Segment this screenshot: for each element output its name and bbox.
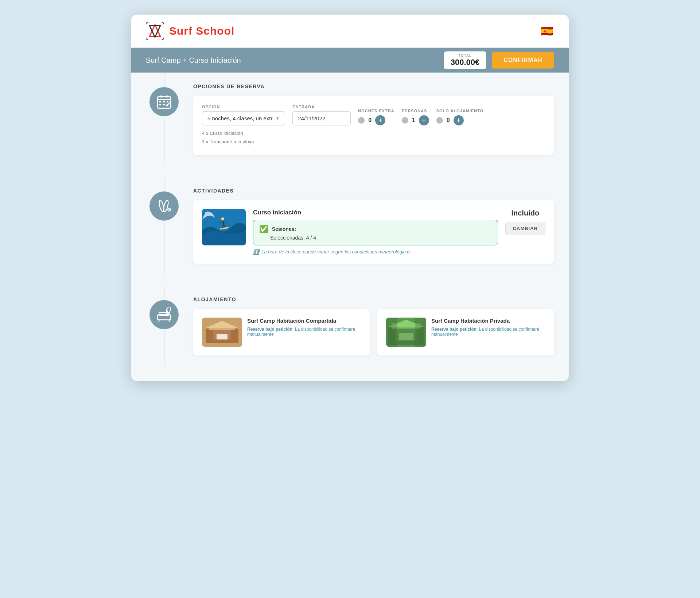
info-icon: ℹ️ (253, 249, 259, 255)
petition-note-2-strong: Reserva bajo petición (431, 327, 477, 332)
option-col: OPCIÓN 5 noches, 4 clases, un extr ▼ (202, 105, 285, 125)
activity-title: Curso iniciación (253, 209, 498, 216)
solo-alojamiento-col: SÓLO ALOJAMIENTO 0 + (436, 109, 484, 125)
booking-header-row: OPCIÓN 5 noches, 4 clases, un extr ▼ ENT… (202, 105, 545, 125)
sessions-label: Sesiones: (272, 226, 296, 232)
total-amount: 300.00€ (451, 58, 480, 67)
activity-row: Curso iniciación ✅ Sesiones: Seleccionad… (202, 209, 545, 255)
logo-area: Surf School (146, 22, 234, 40)
total-box: TOTAL 300.00€ (444, 51, 486, 69)
entrada-col: ENTRADA 24/11/2022 (292, 105, 351, 125)
svg-point-29 (166, 307, 171, 314)
personas-add-button[interactable]: + (419, 115, 429, 125)
activity-right: Incluido CAMBIAR (505, 209, 545, 235)
booking-section-header: OPCIONES DE RESERVA (193, 84, 554, 89)
noches-extra-add-button[interactable]: + (375, 115, 385, 125)
sub-item-1: 4 x Curso iniciación (202, 129, 545, 137)
accommodation-info-2: Surf Camp Habitación Privada Reserva baj… (431, 318, 545, 337)
noches-extra-dot (358, 117, 365, 124)
included-label: Incluido (511, 209, 539, 217)
solo-alojamiento-counter: 0 + (436, 115, 484, 125)
sessions-count: Seleccionadas: 4 / 4 (270, 235, 492, 241)
accommodation-item-1[interactable]: Surf Camp Habitación Compartida Reserva … (193, 309, 370, 356)
accommodation-timeline-right: ALOJAMIENTO (182, 286, 554, 366)
accommodation-grid: Surf Camp Habitación Compartida Reserva … (193, 309, 554, 356)
accommodation-image-2 (386, 318, 426, 347)
solo-alojamiento-label: SÓLO ALOJAMIENTO (436, 109, 484, 113)
activities-step-circle (149, 191, 179, 221)
personas-dot (402, 117, 408, 124)
accommodation-title-1: Surf Camp Habitación Compartida (247, 318, 361, 324)
accommodation-section-header: ALOJAMIENTO (193, 296, 554, 302)
accommodation-info-1: Surf Camp Habitación Compartida Reserva … (247, 318, 361, 337)
solo-alojamiento-dot (436, 117, 443, 124)
sub-item-2: 1 x Transporte a la playa (202, 137, 545, 146)
noches-extra-label: NOCHES EXTRA (358, 109, 394, 113)
option-label: OPCIÓN (202, 105, 285, 109)
accommodation-title-2: Surf Camp Habitación Privada (431, 318, 545, 324)
total-label: TOTAL (451, 54, 480, 58)
option-select-text: 5 noches, 4 clases, un extr (207, 115, 272, 121)
personas-value: 1 (412, 117, 415, 124)
svg-rect-9 (167, 101, 168, 102)
accommodation-section: ALOJAMIENTO (146, 286, 554, 366)
option-select[interactable]: 5 noches, 4 clases, un extr ▼ (202, 111, 285, 125)
accommodation-image-1 (202, 318, 242, 347)
brand-name: Surf School (169, 25, 234, 37)
personas-col: PERSONAS 1 + (402, 109, 429, 125)
petition-note-1: Reserva bajo petición: La disponibilidad… (247, 327, 361, 337)
booking-timeline-left (146, 73, 182, 166)
activity-info: Curso iniciación ✅ Sesiones: Seleccionad… (253, 209, 498, 255)
activities-timeline-left (146, 177, 182, 275)
sub-items: 4 x Curso iniciación 1 x Transporte a la… (202, 129, 545, 146)
accommodation-timeline-left (146, 286, 182, 366)
nav-right: TOTAL 300.00€ CONFIRMAR (444, 51, 554, 69)
entrada-label: ENTRADA (292, 105, 351, 109)
confirm-button[interactable]: CONFIRMAR (492, 52, 554, 69)
activities-section-header: ACTIVIDADES (193, 188, 554, 194)
activities-card: Curso iniciación ✅ Sesiones: Seleccionad… (193, 200, 554, 264)
solo-alojamiento-value: 0 (447, 117, 450, 124)
activity-note: ℹ️ La hora de la clase puede variar segú… (253, 249, 498, 255)
booking-card: OPCIÓN 5 noches, 4 clases, un extr ▼ ENT… (193, 96, 554, 155)
noches-extra-col: NOCHES EXTRA 0 + (358, 109, 394, 125)
activities-section: ACTIVIDADES (146, 177, 554, 275)
petition-note-1-strong: Reserva bajo petición (247, 327, 292, 332)
accommodation-step-circle (149, 300, 179, 329)
activity-note-text: La hora de la clase puede variar según l… (261, 249, 411, 255)
svg-rect-11 (163, 104, 165, 105)
svg-rect-39 (399, 333, 413, 340)
svg-rect-7 (159, 101, 161, 102)
timeline-line-1 (164, 73, 164, 166)
personas-label: PERSONAS (402, 109, 429, 113)
booking-step-circle (149, 87, 179, 116)
booking-timeline-right: OPCIONES DE RESERVA OPCIÓN 5 noches, 4 c… (182, 73, 554, 166)
noches-extra-value: 0 (368, 117, 372, 124)
logo-icon (146, 22, 164, 40)
svg-rect-10 (159, 104, 161, 105)
nav-title: Surf Camp + Curso Iniciación (146, 56, 241, 65)
chevron-down-icon: ▼ (275, 116, 280, 121)
check-icon: ✅ (259, 225, 268, 233)
nav-bar: Surf Camp + Curso Iniciación TOTAL 300.0… (131, 48, 569, 73)
sessions-box: ✅ Sesiones: Seleccionadas: 4 / 4 (253, 220, 498, 245)
entrada-input[interactable]: 24/11/2022 (292, 111, 351, 125)
flag-icon: 🇪🇸 (540, 24, 554, 38)
activities-timeline-right: ACTIVIDADES (182, 177, 554, 275)
svg-rect-41 (415, 318, 426, 347)
solo-alojamiento-add-button[interactable]: + (454, 115, 464, 125)
activity-image (202, 209, 246, 245)
svg-rect-8 (163, 101, 165, 102)
cambiar-button[interactable]: CAMBIAR (505, 222, 545, 235)
svg-rect-40 (386, 318, 397, 347)
noches-extra-counter: 0 + (358, 115, 394, 125)
svg-rect-34 (217, 334, 228, 339)
booking-section: OPCIONES DE RESERVA OPCIÓN 5 noches, 4 c… (146, 73, 554, 166)
personas-counter: 1 + (402, 115, 429, 125)
petition-note-2: Reserva bajo petición: La disponibilidad… (431, 327, 545, 337)
accommodation-item-2[interactable]: Surf Camp Habitación Privada Reserva baj… (377, 309, 554, 356)
sessions-row: ✅ Sesiones: (259, 225, 492, 233)
